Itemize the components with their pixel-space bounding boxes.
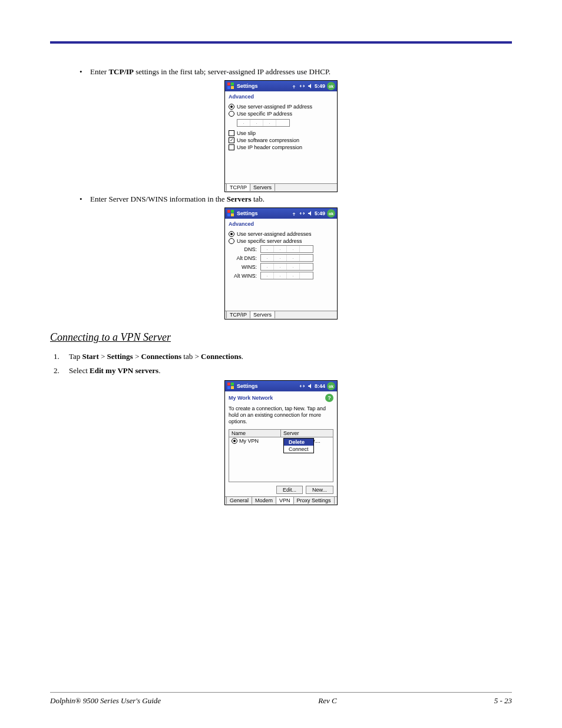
wins-row: WINS: ... bbox=[229, 263, 333, 271]
new-button[interactable]: New... bbox=[306, 486, 333, 494]
text: > bbox=[99, 352, 107, 361]
windows-flag-icon[interactable] bbox=[227, 209, 235, 218]
text: Enter Server DNS/WINS information in the bbox=[90, 195, 227, 203]
alt-dns-input[interactable]: ... bbox=[260, 254, 313, 262]
screenshot-vpn-list: Settings 8:44 ok My Work Network ? To cr… bbox=[224, 380, 338, 505]
speaker-icon bbox=[308, 210, 313, 216]
radio-icon bbox=[229, 104, 234, 110]
radio-icon bbox=[232, 438, 237, 444]
tab-vpn[interactable]: VPN bbox=[276, 496, 294, 504]
clock-time: 8:44 bbox=[315, 383, 325, 389]
svg-rect-4 bbox=[227, 210, 230, 213]
ok-button[interactable]: ok bbox=[327, 209, 335, 218]
wins-input[interactable]: ... bbox=[260, 263, 313, 271]
ok-button[interactable]: ok bbox=[327, 82, 335, 90]
radio-label: Use specific server address bbox=[237, 238, 302, 244]
text-bold: Edit my VPN servers bbox=[90, 366, 158, 375]
screen-heading: Advanced bbox=[225, 91, 337, 101]
tab-proxy-settings[interactable]: Proxy Settings bbox=[293, 496, 335, 504]
step-1: 1. Tap Start > Settings > Connections ta… bbox=[54, 352, 512, 361]
ok-button[interactable]: ok bbox=[327, 382, 335, 390]
ip-address-input[interactable]: ... bbox=[237, 119, 290, 127]
checkbox-icon: ✓ bbox=[229, 137, 234, 143]
dns-input[interactable]: ... bbox=[260, 245, 313, 253]
svg-rect-9 bbox=[231, 383, 234, 386]
edit-button[interactable]: Edit... bbox=[276, 486, 303, 494]
alt-wins-input[interactable]: ... bbox=[260, 272, 313, 279]
check-label: Use slip bbox=[237, 130, 256, 136]
table-row[interactable]: My VPN vpn.company.... bbox=[229, 437, 333, 444]
instruction-bullet-1: Enter TCP/IP settings in the first tab; … bbox=[80, 67, 512, 77]
tab-servers[interactable]: Servers bbox=[250, 183, 275, 191]
document-page: Enter TCP/IP settings in the first tab; … bbox=[0, 0, 562, 728]
checkbox-icon bbox=[229, 144, 234, 150]
col-name[interactable]: Name bbox=[229, 430, 281, 437]
svg-rect-11 bbox=[231, 386, 234, 389]
text: Select bbox=[69, 366, 90, 375]
checkbox-ip-header-compression[interactable]: Use IP header compression bbox=[229, 144, 333, 150]
window-titlebar: Settings 5:49 ok bbox=[225, 81, 337, 91]
menu-delete[interactable]: Delete bbox=[284, 439, 313, 446]
dns-row: DNS: ... bbox=[229, 245, 333, 253]
settings-body: Use server-assigned addresses Use specif… bbox=[225, 228, 337, 311]
radio-icon bbox=[229, 231, 234, 237]
vpn-connections-table: Name Server My VPN vpn.company.... Delet… bbox=[229, 429, 333, 482]
wins-label: WINS: bbox=[229, 264, 258, 270]
footer-left: Dolphin® 9500 Series User's Guide bbox=[50, 696, 161, 706]
windows-flag-icon[interactable] bbox=[227, 382, 235, 390]
page-footer: Dolphin® 9500 Series User's Guide Rev C … bbox=[50, 692, 512, 706]
connection-icon bbox=[299, 210, 305, 216]
instruction-text: To create a connection, tap New. Tap and… bbox=[225, 403, 337, 428]
radio-server-assigned-ip[interactable]: Use server-assigned IP address bbox=[229, 104, 333, 110]
radio-specific-ip[interactable]: Use specific IP address bbox=[229, 111, 333, 117]
tab-tcpip[interactable]: TCP/IP bbox=[226, 183, 250, 191]
screenshot-tcpip-tab: Settings 5:49 ok Advanced Use server-ass… bbox=[224, 80, 338, 192]
radio-specific-server-address[interactable]: Use specific server address bbox=[229, 238, 333, 244]
menu-connect[interactable]: Connect bbox=[284, 446, 313, 453]
section-heading: Connecting to a VPN Server bbox=[50, 331, 512, 344]
screen-heading: Advanced bbox=[225, 219, 337, 228]
tab-general[interactable]: General bbox=[226, 496, 252, 504]
text: settings in the first tab; server-assign… bbox=[134, 67, 330, 76]
step-number: 1. bbox=[54, 352, 59, 361]
top-rule bbox=[50, 41, 512, 44]
checkbox-software-compression[interactable]: ✓ Use software compression bbox=[229, 137, 333, 143]
settings-body: Use server-assigned IP address Use speci… bbox=[225, 101, 337, 183]
clock-time: 5:49 bbox=[315, 210, 325, 216]
text: tab. bbox=[252, 195, 265, 203]
signal-icon bbox=[291, 210, 297, 216]
tab-bar: General Modem VPN Proxy Settings bbox=[225, 496, 337, 505]
window-title: Settings bbox=[237, 83, 258, 89]
svg-rect-6 bbox=[227, 213, 230, 216]
alt-dns-label: Alt DNS: bbox=[229, 255, 258, 261]
alt-dns-row: Alt DNS: ... bbox=[229, 254, 333, 262]
tab-modem[interactable]: Modem bbox=[252, 496, 276, 504]
speaker-icon bbox=[308, 383, 313, 389]
svg-rect-8 bbox=[227, 383, 230, 386]
radio-icon bbox=[229, 111, 234, 117]
connection-icon bbox=[299, 383, 305, 389]
step-number: 2. bbox=[54, 366, 59, 375]
radio-label: Use server-assigned addresses bbox=[237, 231, 312, 237]
speaker-icon bbox=[308, 83, 313, 89]
svg-rect-5 bbox=[231, 210, 234, 213]
window-titlebar: Settings 8:44 ok bbox=[225, 381, 337, 391]
text-bold: Settings bbox=[107, 352, 133, 361]
tab-bar: TCP/IP Servers bbox=[225, 311, 337, 319]
tab-tcpip[interactable]: TCP/IP bbox=[226, 311, 250, 318]
radio-server-assigned-addresses[interactable]: Use server-assigned addresses bbox=[229, 231, 333, 237]
signal-icon bbox=[291, 83, 297, 89]
col-server[interactable]: Server bbox=[281, 430, 333, 437]
footer-right: 5 - 23 bbox=[494, 696, 512, 706]
connection-icon bbox=[299, 83, 305, 89]
window-titlebar: Settings 5:49 ok bbox=[225, 208, 337, 219]
text: Tap bbox=[69, 352, 82, 361]
windows-flag-icon[interactable] bbox=[227, 82, 235, 90]
radio-label: Use server-assigned IP address bbox=[237, 104, 312, 110]
screen-heading: My Work Network ? bbox=[225, 391, 337, 403]
help-button[interactable]: ? bbox=[325, 394, 333, 402]
text: . bbox=[242, 352, 243, 361]
checkbox-use-slip[interactable]: Use slip bbox=[229, 130, 333, 136]
tab-servers[interactable]: Servers bbox=[250, 311, 275, 318]
vpn-name: My VPN bbox=[239, 438, 259, 444]
